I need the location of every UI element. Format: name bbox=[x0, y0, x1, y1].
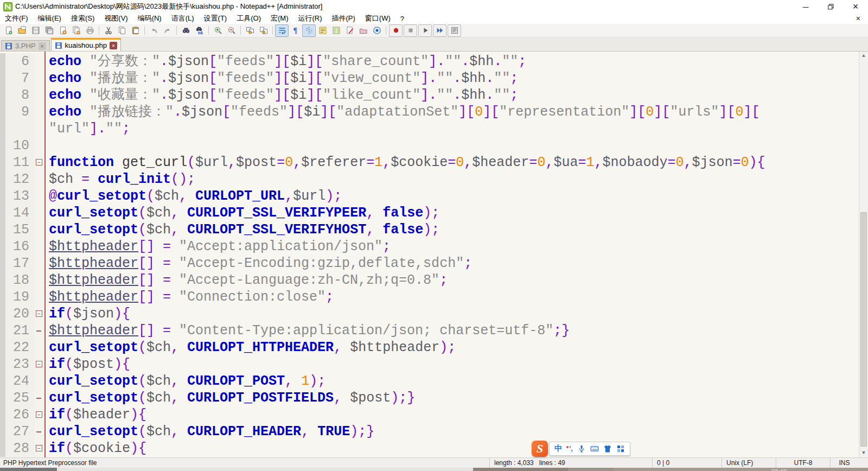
fold-margin[interactable]: − bbox=[35, 154, 44, 171]
doc-switcher-button[interactable] bbox=[343, 24, 356, 37]
code-row[interactable]: 18$httpheader[] = "Accept-Language:zh-CN… bbox=[0, 272, 859, 289]
code-row[interactable]: 14curl_setopt($ch, CURLOPT_SSL_VERIFYPEE… bbox=[0, 205, 859, 221]
code-row[interactable]: 6echo "分享数：".$json["feeds"][$i]["share_c… bbox=[0, 53, 859, 70]
fold-collapse-icon[interactable]: − bbox=[36, 159, 42, 166]
close-file-button[interactable] bbox=[56, 24, 69, 37]
code-row[interactable]: 27curl_setopt($ch, CURLOPT_HEADER, TRUE)… bbox=[0, 423, 859, 440]
monitoring-button[interactable] bbox=[370, 24, 384, 37]
menu-item[interactable]: 工具(O) bbox=[232, 14, 266, 23]
fold-margin[interactable] bbox=[35, 322, 44, 339]
code-row[interactable]: 16$httpheader[] = "Accept:application/js… bbox=[0, 238, 859, 255]
menu-item[interactable]: 设置(T) bbox=[199, 14, 232, 23]
menu-item[interactable]: 插件(P) bbox=[327, 14, 360, 23]
sogou-logo-icon[interactable]: S bbox=[532, 441, 548, 457]
fold-collapse-icon[interactable]: − bbox=[36, 411, 42, 418]
ime-toolbox-icon[interactable] bbox=[616, 444, 625, 453]
restore-button[interactable] bbox=[818, 0, 843, 13]
replace-button[interactable]: b8 bbox=[193, 24, 206, 37]
status-encoding[interactable]: UTF-8 bbox=[776, 458, 830, 468]
fold-collapse-icon[interactable]: − bbox=[36, 310, 42, 317]
indent-guide-button[interactable] bbox=[302, 24, 316, 37]
word-wrap-button[interactable] bbox=[275, 24, 289, 37]
macro-record-button[interactable] bbox=[389, 24, 403, 37]
ime-chinese-mode-icon[interactable]: 中 bbox=[554, 444, 562, 454]
fold-margin[interactable]: − bbox=[35, 440, 44, 457]
macro-stop-button[interactable] bbox=[404, 24, 417, 37]
scroll-up-arrow[interactable]: ▲ bbox=[859, 52, 868, 60]
menu-item[interactable]: 窗口(W) bbox=[360, 14, 395, 23]
code-row[interactable]: 19$httpheader[] = "Connection:close"; bbox=[0, 289, 859, 305]
code-row[interactable]: 9echo "播放链接：".$json["feeds"][$i]["adapta… bbox=[0, 104, 859, 120]
code-row[interactable]: 15curl_setopt($ch, CURLOPT_SSL_VERIFYHOS… bbox=[0, 221, 859, 238]
code-row[interactable]: 21$httpheader[] = "Content-Type:applicat… bbox=[0, 322, 859, 339]
code-row[interactable]: 11−function get_curl($url,$post=0,$refer… bbox=[0, 154, 859, 171]
undo-button[interactable] bbox=[147, 24, 161, 37]
code-row[interactable]: 24curl_setopt($ch, CURLOPT_POST, 1); bbox=[0, 373, 859, 390]
code-row[interactable]: "url"].""; bbox=[0, 120, 859, 137]
menu-item[interactable]: 视图(V) bbox=[99, 14, 132, 23]
code-row[interactable]: 28−if($cookie){ bbox=[0, 440, 859, 457]
sync-scroll-vertical-button[interactable] bbox=[243, 24, 257, 37]
code-row[interactable]: 17$httpheader[] = "Accept-Encoding:gzip,… bbox=[0, 255, 859, 272]
status-eol-format[interactable]: Unix (LF) bbox=[722, 458, 776, 468]
vertical-scrollbar[interactable]: ▲ ▼ bbox=[859, 52, 868, 457]
fold-margin[interactable] bbox=[35, 390, 44, 406]
new-file-button[interactable] bbox=[2, 24, 15, 37]
close-all-button[interactable] bbox=[69, 24, 83, 37]
code-row[interactable]: 22curl_setopt($ch, CURLOPT_HTTPHEADER, $… bbox=[0, 339, 859, 356]
find-button[interactable] bbox=[179, 24, 193, 37]
doc-map-button[interactable] bbox=[329, 24, 343, 37]
menu-item[interactable]: 编码(N) bbox=[133, 14, 167, 23]
show-all-chars-button[interactable]: ¶ bbox=[289, 24, 302, 37]
menu-item[interactable]: 运行(R) bbox=[293, 14, 327, 23]
ime-skin-icon[interactable] bbox=[603, 444, 612, 453]
function-list-button[interactable] bbox=[316, 24, 329, 37]
scrollbar-thumb[interactable] bbox=[860, 212, 867, 447]
fold-margin[interactable]: − bbox=[35, 356, 44, 373]
tab-close-icon[interactable]: × bbox=[39, 42, 46, 50]
fold-margin[interactable]: − bbox=[35, 305, 44, 322]
code-editor[interactable]: 6echo "分享数：".$json["feeds"][$i]["share_c… bbox=[0, 52, 868, 457]
menu-item[interactable]: 宏(M) bbox=[266, 14, 293, 23]
fold-collapse-icon[interactable]: − bbox=[36, 361, 42, 367]
code-row[interactable]: 12$ch = curl_init(); bbox=[0, 171, 859, 188]
scroll-down-arrow[interactable]: ▼ bbox=[859, 449, 868, 457]
code-row[interactable]: 8echo "收藏量：".$json["feeds"][$i]["like_co… bbox=[0, 87, 859, 104]
code-row[interactable]: 26−if($header){ bbox=[0, 406, 859, 423]
code-row[interactable]: 7echo "播放量：".$json["feeds"][$i]["view_co… bbox=[0, 70, 859, 87]
zoom-in-button[interactable] bbox=[211, 24, 225, 37]
ime-microphone-icon[interactable] bbox=[577, 444, 586, 453]
ime-keyboard-icon[interactable] bbox=[590, 444, 599, 453]
paste-button[interactable] bbox=[129, 24, 142, 37]
tab-3-php[interactable]: 3.PHP× bbox=[1, 40, 50, 51]
tab-close-icon[interactable]: × bbox=[110, 42, 117, 49]
code-row[interactable]: 25curl_setopt($ch, CURLOPT_POSTFIELDS, $… bbox=[0, 390, 859, 406]
menu-item[interactable]: ? bbox=[395, 15, 409, 23]
macro-save-button[interactable] bbox=[448, 24, 461, 37]
menu-item[interactable]: 编辑(E) bbox=[33, 14, 66, 23]
folder-workspace-button[interactable] bbox=[356, 24, 370, 37]
open-file-button[interactable] bbox=[15, 24, 29, 37]
fold-margin[interactable]: − bbox=[35, 406, 44, 423]
macro-run-multi-button[interactable] bbox=[433, 24, 446, 37]
menu-item[interactable]: 搜索(S) bbox=[66, 14, 99, 23]
save-all-button[interactable] bbox=[42, 24, 56, 37]
code-row[interactable]: 23−if($post){ bbox=[0, 356, 859, 373]
cut-button[interactable] bbox=[101, 24, 115, 37]
tab-kuaishou-php[interactable]: kuaishou.php× bbox=[51, 38, 121, 51]
code-row[interactable]: 20−if($json){ bbox=[0, 305, 859, 322]
copy-button[interactable] bbox=[115, 24, 129, 37]
status-insert-mode[interactable]: INS bbox=[830, 458, 858, 468]
macro-play-button[interactable] bbox=[418, 24, 432, 37]
minimize-button[interactable]: ─ bbox=[793, 0, 818, 13]
sync-scroll-horizontal-button[interactable] bbox=[257, 24, 270, 37]
close-button[interactable]: × bbox=[843, 0, 868, 13]
print-button[interactable] bbox=[83, 24, 97, 37]
menu-item[interactable]: 文件(F) bbox=[0, 14, 33, 23]
fold-collapse-icon[interactable]: − bbox=[36, 445, 42, 451]
code-row[interactable]: 10 bbox=[0, 137, 859, 154]
fold-margin[interactable] bbox=[35, 423, 44, 440]
close-document-icon[interactable]: × bbox=[848, 14, 868, 23]
save-button[interactable] bbox=[29, 24, 42, 37]
redo-button[interactable] bbox=[161, 24, 174, 37]
